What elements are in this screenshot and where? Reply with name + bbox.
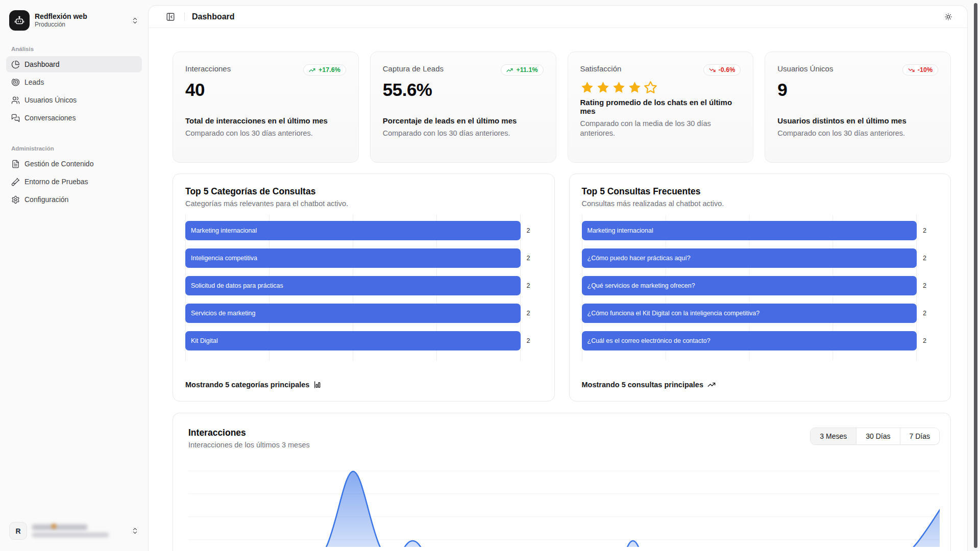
stat-label: Usuarios Únicos xyxy=(777,64,833,73)
theme-toggle-button[interactable] xyxy=(942,10,955,23)
bar: Solicitud de datos para prácticas xyxy=(185,276,521,295)
panel-interacciones: Interacciones Interacciones de los últim… xyxy=(173,413,951,551)
sidebar-item-label: Leads xyxy=(24,78,44,86)
bar-row: ¿Cómo puedo hacer prácticas aquí? 2 xyxy=(582,248,939,268)
sidebar-item-label: Gestión de Contenido xyxy=(24,160,93,168)
bar-label: Solicitud de datos para prácticas xyxy=(191,282,283,289)
panel-title: Interacciones xyxy=(188,428,310,438)
panel-footer-text: Mostrando 5 consultas principales xyxy=(582,381,704,389)
pie-chart-icon xyxy=(11,60,20,69)
bar-label: ¿Cuál es el correo electrónico de contac… xyxy=(587,337,710,344)
workspace-name: Redflexión web xyxy=(35,12,126,21)
file-text-icon xyxy=(11,160,20,168)
stat-cards-row: Interacciones +17.6% 40 Total de interac… xyxy=(173,52,951,163)
shell-icon xyxy=(11,78,20,87)
panel-footer: Mostrando 5 consultas principales xyxy=(582,381,939,389)
trend-badge: +11.1% xyxy=(501,64,543,76)
bar: ¿Cómo funciona el Kit Digital con la int… xyxy=(582,304,917,323)
stat-card-interacciones: Interacciones +17.6% 40 Total de interac… xyxy=(173,52,359,163)
stat-desc: Porcentaje de leads en el último mes xyxy=(383,116,544,125)
bar-label: ¿Cómo funciona el Kit Digital con la int… xyxy=(587,310,760,317)
bar-label: Marketing internacional xyxy=(191,227,257,234)
trending-up-icon xyxy=(309,67,315,73)
topbar-divider xyxy=(184,13,185,21)
trending-up-icon xyxy=(707,381,716,389)
panels-row: Top 5 Categorías de Consultas Categorías… xyxy=(173,173,951,402)
bar-label: Kit Digital xyxy=(191,337,218,344)
star-filled-icon xyxy=(596,81,610,94)
bar-row: ¿Cómo funciona el Kit Digital con la int… xyxy=(582,304,939,323)
sidebar-item-label: Usuarios Únicos xyxy=(24,96,77,104)
sidebar-item-leads[interactable]: Leads xyxy=(6,74,142,90)
user-name-blur-dot xyxy=(52,524,56,529)
bar-value: 2 xyxy=(527,227,542,234)
sidebar-item-usuarios-unicos[interactable]: Usuarios Únicos xyxy=(6,92,142,108)
interactions-area-chart xyxy=(173,464,950,547)
stat-sub: Comparado con los 30 días anteriores. xyxy=(185,129,346,150)
sidebar-item-label: Configuración xyxy=(24,195,68,204)
bar: ¿Qué servicios de marketing ofrecen? xyxy=(582,276,917,295)
categories-bar-chart: Marketing internacional 2 Inteligencia c… xyxy=(185,221,542,359)
bar-value: 2 xyxy=(923,337,938,344)
bar-row: Marketing internacional 2 xyxy=(582,221,939,240)
bar-value: 2 xyxy=(923,310,938,317)
range-button-3-meses[interactable]: 3 Meses xyxy=(811,428,856,444)
sidebar-item-conversaciones[interactable]: Conversaciones xyxy=(6,110,142,126)
bar-label: Inteligencia competitiva xyxy=(191,255,257,262)
panel-subtitle: Categorías más relevantes para el chatbo… xyxy=(185,199,542,208)
sidebar-item-dashboard[interactable]: Dashboard xyxy=(6,56,142,72)
range-button-7-dias[interactable]: 7 Días xyxy=(900,428,939,444)
sidebar-item-gestion-contenido[interactable]: Gestión de Contenido xyxy=(6,156,142,172)
panel-top-consultas: Top 5 Consultas Frecuentes Consultas más… xyxy=(569,173,951,402)
sidebar-item-label: Conversaciones xyxy=(24,114,76,122)
sidebar: Redflexión web Producción Análisis Dashb… xyxy=(0,0,148,551)
main-content: Dashboard Interacciones +17.6% xyxy=(148,5,968,551)
users-icon xyxy=(11,96,20,105)
sidebar-item-label: Dashboard xyxy=(24,60,60,68)
bar: Marketing internacional xyxy=(185,221,521,240)
trending-up-icon xyxy=(506,67,513,73)
avatar-initial: R xyxy=(15,527,20,535)
area-chart-svg xyxy=(188,464,940,547)
bar-label: Marketing internacional xyxy=(587,227,653,234)
stat-sub: Comparado con la media de los 30 días an… xyxy=(580,119,741,150)
workspace-environment: Producción xyxy=(35,21,126,29)
trend-badge: +17.6% xyxy=(303,64,346,76)
range-button-30-dias[interactable]: 30 Días xyxy=(856,428,899,444)
panel-title: Top 5 Consultas Frecuentes xyxy=(582,186,939,197)
robot-icon xyxy=(14,15,25,26)
star-filled-icon xyxy=(580,81,594,94)
stat-card-usuarios-unicos: Usuarios Únicos -10% 9 Usuarios distinto… xyxy=(765,52,951,163)
workspace-switcher[interactable]: Redflexión web Producción xyxy=(6,10,142,31)
panel-subtitle: Interacciones de los últimos 3 meses xyxy=(188,441,310,449)
sidebar-item-configuracion[interactable]: Configuración xyxy=(6,191,142,208)
bar-value: 2 xyxy=(527,282,542,289)
range-segmented-control: 3 Meses 30 Días 7 Días xyxy=(810,428,940,445)
stat-sub: Comparado con los 30 días anteriores. xyxy=(383,129,544,150)
chevrons-up-down-icon xyxy=(131,17,139,24)
trend-badge: -0.6% xyxy=(703,64,741,76)
area-line xyxy=(188,471,940,547)
sidebar-toggle-button[interactable] xyxy=(164,10,177,23)
chevrons-up-down-icon xyxy=(131,527,139,535)
trending-down-icon xyxy=(908,67,915,73)
bar: Marketing internacional xyxy=(582,221,917,240)
sidebar-item-entorno-pruebas[interactable]: Entorno de Pruebas xyxy=(6,173,142,190)
stat-desc: Usuarios distintos en el último mes xyxy=(777,116,938,125)
stat-sub: Comparado con los 30 días anteriores. xyxy=(777,129,938,150)
avatar: R xyxy=(9,522,27,540)
sun-icon xyxy=(944,12,953,21)
panel-footer-text: Mostrando 5 categorías principales xyxy=(185,381,309,389)
stat-value: 40 xyxy=(185,80,346,100)
bar-value: 2 xyxy=(923,282,938,289)
sidebar-section-administracion: Administración xyxy=(6,145,142,152)
bar-value: 2 xyxy=(923,227,938,234)
vertical-scrollbar[interactable] xyxy=(974,3,977,548)
bar: Inteligencia competitiva xyxy=(185,248,521,268)
bar-value: 2 xyxy=(923,255,938,262)
star-outline-icon xyxy=(644,81,657,94)
bar-label: ¿Qué servicios de marketing ofrecen? xyxy=(587,282,695,289)
star-rating xyxy=(580,81,741,94)
star-filled-icon xyxy=(612,81,626,94)
user-menu[interactable]: R xyxy=(6,519,142,543)
